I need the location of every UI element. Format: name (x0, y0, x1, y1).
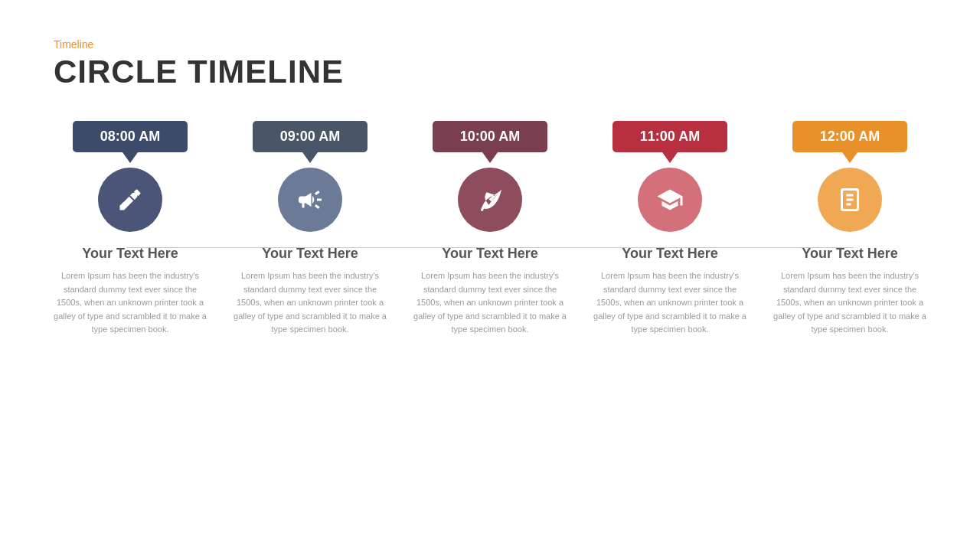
page: Timeline CIRCLE TIMELINE 08:00 AM Your T… (0, 0, 980, 551)
item-desc-2: Lorem Ipsum has been the industry's stan… (234, 269, 387, 337)
header: Timeline CIRCLE TIMELINE (54, 38, 926, 90)
book-icon (836, 186, 864, 214)
circle-1 (98, 168, 162, 232)
item-title-3: Your Text Here (442, 246, 537, 262)
timeline-item-3: 10:00 AM Your Text Here Lorem Ipsum has … (413, 121, 567, 337)
circle-5 (818, 168, 882, 232)
time-bubble-5: 12:00 AM (792, 121, 907, 152)
header-subtitle: Timeline (54, 38, 926, 51)
timeline-item-1: 08:00 AM Your Text Here Lorem Ipsum has … (54, 121, 207, 337)
item-desc-3: Lorem Ipsum has been the industry's stan… (413, 269, 567, 337)
item-title-4: Your Text Here (622, 246, 717, 262)
item-title-1: Your Text Here (82, 246, 178, 262)
item-desc-4: Lorem Ipsum has been the industry's stan… (593, 269, 746, 337)
time-bubble-2: 09:00 AM (253, 121, 368, 152)
circle-2 (278, 168, 342, 232)
graduation-icon (656, 186, 684, 214)
header-title: CIRCLE TIMELINE (54, 54, 926, 90)
time-bubble-1: 08:00 AM (73, 121, 188, 152)
timeline-container: 08:00 AM Your Text Here Lorem Ipsum has … (54, 121, 926, 337)
circle-3 (458, 168, 522, 232)
time-bubble-3: 10:00 AM (433, 121, 547, 152)
megaphone-icon (296, 186, 324, 214)
tools-icon (116, 186, 144, 214)
leaf-icon (476, 186, 504, 214)
item-title-5: Your Text Here (802, 246, 897, 262)
timeline-item-4: 11:00 AM Your Text Here Lorem Ipsum has … (593, 121, 746, 337)
time-bubble-4: 11:00 AM (612, 121, 727, 152)
item-desc-1: Lorem Ipsum has been the industry's stan… (54, 269, 207, 337)
item-desc-5: Lorem Ipsum has been the industry's stan… (773, 269, 926, 337)
timeline-item-5: 12:00 AM Your Text Here Lorem Ipsum has … (773, 121, 926, 337)
item-title-2: Your Text Here (262, 246, 358, 262)
timeline-item-2: 09:00 AM Your Text Here Lorem Ipsum has … (234, 121, 387, 337)
circle-4 (638, 168, 702, 232)
